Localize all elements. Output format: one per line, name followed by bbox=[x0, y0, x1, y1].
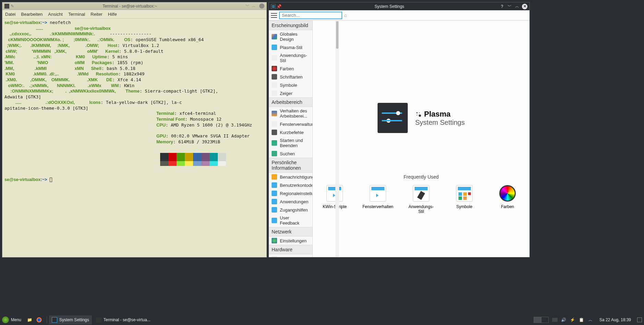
freq-label: Farben bbox=[501, 204, 514, 209]
sidebar-item-label: Starten und Beenden bbox=[280, 138, 310, 148]
sidebar-section-header: Persönliche Informationen bbox=[269, 158, 312, 173]
plasma-logo-icon bbox=[415, 111, 422, 118]
sidebar-item[interactable]: Einstellungen bbox=[269, 237, 312, 245]
sidebar-section-header: Netzwerk bbox=[269, 227, 312, 237]
hero-subtitle: System Settings bbox=[415, 119, 465, 127]
sidebar-item-label: Benachrichtigungen bbox=[280, 174, 313, 180]
freq-icon bbox=[370, 185, 386, 202]
sidebar-item[interactable]: Starten und Beenden bbox=[269, 136, 312, 149]
menu-bearbeiten[interactable]: Bearbeiten bbox=[21, 12, 43, 17]
chevron-up-icon[interactable]: ︿ bbox=[588, 317, 593, 323]
show-desktop-icon[interactable] bbox=[637, 317, 642, 322]
maximize-button[interactable]: ︿ bbox=[514, 4, 520, 9]
freq-label: Symbole bbox=[456, 204, 473, 209]
menu-ansicht[interactable]: Ansicht bbox=[48, 12, 63, 17]
minimize-button[interactable]: ﹀ bbox=[507, 4, 512, 9]
sidebar-section-header: Hardware bbox=[269, 245, 312, 254]
freq-item[interactable]: Fensterverhalten bbox=[363, 185, 393, 214]
sidebar-item-label: Benutzerkontodetails bbox=[280, 183, 313, 188]
item-icon bbox=[272, 55, 277, 61]
sidebar-item[interactable]: Zeiger bbox=[269, 89, 312, 97]
files-launcher[interactable]: 📁 bbox=[25, 316, 34, 324]
sidebar-item[interactable]: Globales Design bbox=[269, 30, 312, 43]
sidebar-item[interactable]: Verhalten des Arbeitsberei... bbox=[269, 107, 312, 120]
sidebar-item-label: Kurzbefehle bbox=[280, 130, 303, 135]
sidebar-item[interactable]: Suchen bbox=[269, 149, 312, 158]
menu-datei[interactable]: Datei bbox=[5, 12, 15, 17]
freq-item[interactable]: KWin-Skripte bbox=[320, 185, 350, 214]
clipboard-icon[interactable]: 📋 bbox=[579, 317, 584, 323]
sidebar-item[interactable]: Zugangshilfen bbox=[269, 206, 312, 214]
close-button[interactable]: ✕ bbox=[522, 4, 527, 9]
sidebar-item[interactable]: Regionaleinstellungen bbox=[269, 189, 312, 197]
svg-point-5 bbox=[38, 318, 41, 322]
sidebar-item[interactable]: Kurzbefehle bbox=[269, 128, 312, 136]
freq-item[interactable]: Anwendungs-Stil bbox=[406, 185, 436, 214]
sidebar-item[interactable]: Eingabegeräte bbox=[269, 254, 312, 257]
maximize-icon[interactable]: ︿ bbox=[252, 3, 256, 9]
system-tray: 🔊 ⚡ 📋 ︿ Sa 22 Aug, 18:39 bbox=[552, 317, 642, 323]
search-input[interactable] bbox=[279, 12, 342, 19]
item-icon bbox=[272, 140, 277, 146]
sidebar-item[interactable]: Symbole bbox=[269, 81, 312, 89]
clock[interactable]: Sa 22 Aug, 18:39 bbox=[599, 317, 631, 322]
volume-icon[interactable]: 🔊 bbox=[561, 317, 567, 323]
terminal-titlebar[interactable]: ✎ Terminal - se@se-virtualbox:~ ﹀ ︿ bbox=[2, 2, 266, 10]
task-terminal[interactable]: Terminal - se@se-virtua... bbox=[93, 315, 153, 324]
menu-terminal[interactable]: Terminal bbox=[68, 12, 85, 17]
pager[interactable] bbox=[534, 317, 549, 323]
freq-label: Fensterverhalten bbox=[362, 204, 393, 209]
sidebar-item[interactable]: Fensterverwaltung bbox=[269, 120, 312, 128]
task-system-settings[interactable]: System Settings bbox=[49, 315, 92, 324]
menu-button[interactable]: Menu bbox=[11, 317, 21, 322]
task-label: Terminal - se@se-virtua... bbox=[104, 317, 151, 322]
minimize-icon[interactable]: ﹀ bbox=[246, 3, 250, 9]
window-title: Terminal - se@se-virtualbox:~ bbox=[14, 4, 246, 9]
sidebar-item-label: Zugangshilfen bbox=[280, 207, 308, 213]
freq-icon bbox=[499, 185, 516, 202]
hamburger-icon[interactable] bbox=[271, 13, 277, 18]
sidebar-item[interactable]: Anwendungs-Stil bbox=[269, 51, 312, 64]
settings-window: 📌 System Settings ? ﹀ ︿ ✕ ⌂ Erscheinungs… bbox=[269, 2, 530, 257]
item-icon bbox=[272, 238, 277, 243]
sidebar-item-label: Fensterverwaltung bbox=[280, 122, 313, 127]
settings-titlebar[interactable]: 📌 System Settings ? ﹀ ︿ ✕ bbox=[269, 2, 529, 10]
app-icon bbox=[271, 4, 276, 9]
freq-icon bbox=[413, 185, 429, 202]
sidebar-item-label: Eingabegeräte bbox=[280, 256, 309, 257]
freq-item[interactable]: Symbole bbox=[449, 185, 479, 214]
sidebar-item[interactable]: Farben bbox=[269, 64, 312, 73]
close-button[interactable] bbox=[259, 3, 264, 9]
sidebar-item[interactable]: Benachrichtigungen bbox=[269, 173, 312, 181]
sidebar-item-label: Verhalten des Arbeitsberei... bbox=[280, 108, 310, 119]
help-button[interactable]: ? bbox=[499, 4, 505, 9]
freq-item[interactable]: Farben bbox=[492, 185, 523, 214]
taskbar: Menu 📁 System Settings Terminal - se@se-… bbox=[0, 315, 644, 325]
sidebar-section-header: Erscheinungsbild bbox=[269, 21, 312, 30]
sidebar-item[interactable]: Anwendungen bbox=[269, 197, 312, 206]
settings-sidebar: Erscheinungsbild Globales Design Plasma-… bbox=[269, 21, 313, 257]
item-icon bbox=[272, 45, 277, 50]
item-icon bbox=[272, 34, 277, 39]
sidebar-item[interactable]: Plasma-Stil bbox=[269, 43, 312, 51]
svg-point-0 bbox=[416, 112, 417, 113]
scrollbar[interactable] bbox=[335, 21, 339, 257]
item-icon bbox=[272, 182, 277, 188]
sidebar-item[interactable]: Benutzerkontodetails bbox=[269, 181, 312, 189]
sidebar-item-label: Zeiger bbox=[280, 91, 293, 96]
item-icon bbox=[272, 218, 277, 223]
power-icon[interactable]: ⚡ bbox=[570, 317, 575, 323]
sidebar-item[interactable]: Schriftarten bbox=[269, 73, 312, 81]
home-icon[interactable]: ⌂ bbox=[344, 13, 350, 18]
svg-point-2 bbox=[417, 115, 417, 115]
item-icon bbox=[272, 74, 277, 80]
pin-icon[interactable]: 📌 bbox=[276, 4, 282, 9]
menu-hilfe[interactable]: Hilfe bbox=[108, 12, 117, 17]
firefox-launcher[interactable] bbox=[35, 316, 43, 324]
menu-reiter[interactable]: Reiter bbox=[91, 12, 103, 17]
terminal-body[interactable]: se@se-virtualbox:~> neofetch ...... se@s… bbox=[2, 19, 266, 184]
terminal-tray-icon[interactable] bbox=[552, 318, 558, 322]
sidebar-item-label: Farben bbox=[280, 66, 294, 71]
opensuse-logo-icon[interactable] bbox=[2, 316, 9, 323]
sidebar-item[interactable]: User Feedback bbox=[269, 214, 312, 227]
